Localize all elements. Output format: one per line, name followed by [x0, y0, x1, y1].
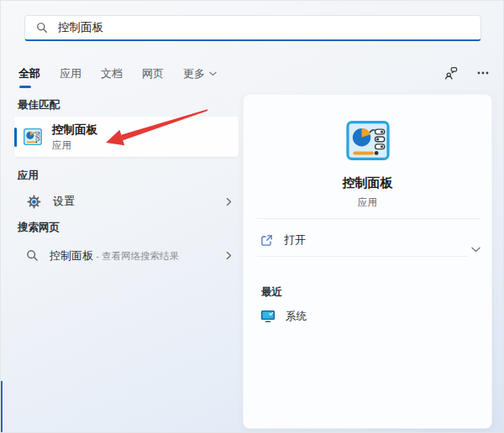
- best-match-title: 控制面板: [52, 123, 97, 138]
- tab-apps-label: 应用: [60, 66, 81, 81]
- chevron-right-icon[interactable]: [226, 251, 232, 260]
- tab-more[interactable]: 更多: [183, 66, 217, 88]
- control-panel-icon: [346, 121, 390, 160]
- result-detail-panel: 控制面板 应用 打开 最近 系统: [243, 94, 492, 429]
- tab-web-label: 网页: [142, 66, 164, 81]
- settings-label: 设置: [53, 194, 75, 209]
- ellipsis-icon[interactable]: [475, 65, 491, 81]
- result-web-search[interactable]: 控制面板 - 查看网络搜索结果: [14, 241, 239, 269]
- recent-item-label: 系统: [286, 310, 307, 324]
- tab-documents-label: 文档: [101, 66, 123, 81]
- web-search-section-header: 搜索网页: [18, 221, 60, 235]
- gear-icon: [26, 194, 42, 210]
- user-account-icon[interactable]: [443, 65, 459, 81]
- best-match-header: 最佳匹配: [18, 98, 60, 112]
- detail-subtitle: 应用: [244, 196, 491, 209]
- web-search-suffix: - 查看网络搜索结果: [93, 251, 179, 261]
- header-actions: [443, 65, 491, 81]
- tab-all[interactable]: 全部: [18, 66, 40, 88]
- system-monitor-icon: [260, 310, 276, 324]
- open-action[interactable]: 打开: [260, 229, 306, 251]
- search-filter-tabs: 全部 应用 文档 网页 更多: [18, 66, 217, 88]
- recent-header: 最近: [261, 285, 282, 300]
- chevron-right-icon[interactable]: [226, 197, 232, 206]
- tab-all-label: 全部: [18, 66, 40, 81]
- search-icon: [26, 249, 39, 262]
- divider: [257, 256, 467, 257]
- active-tab-indicator: [19, 86, 31, 88]
- divider: [257, 218, 480, 219]
- apps-section-header: 应用: [18, 169, 39, 183]
- search-input[interactable]: [58, 22, 472, 34]
- web-search-query: 控制面板: [50, 249, 93, 262]
- tab-more-label: 更多: [183, 66, 205, 81]
- result-settings[interactable]: 设置: [14, 187, 239, 216]
- search-bar[interactable]: [24, 15, 481, 41]
- open-label: 打开: [284, 232, 306, 248]
- tab-documents[interactable]: 文档: [101, 66, 123, 88]
- chevron-down-icon: [209, 71, 217, 76]
- left-edge-strip: [1, 381, 3, 433]
- detail-title: 控制面板: [244, 175, 491, 191]
- open-external-icon: [260, 234, 273, 247]
- best-match-result-control-panel[interactable]: 控制面板 应用: [14, 117, 239, 157]
- selection-accent-bar: [14, 128, 17, 147]
- search-icon: [34, 19, 50, 36]
- tab-web[interactable]: 网页: [142, 66, 164, 88]
- tab-apps[interactable]: 应用: [60, 66, 81, 88]
- recent-item-system[interactable]: 系统: [260, 306, 307, 326]
- best-match-subtitle: 应用: [52, 139, 97, 152]
- expand-chevron-down-icon[interactable]: [471, 247, 480, 253]
- control-panel-icon: [24, 128, 42, 145]
